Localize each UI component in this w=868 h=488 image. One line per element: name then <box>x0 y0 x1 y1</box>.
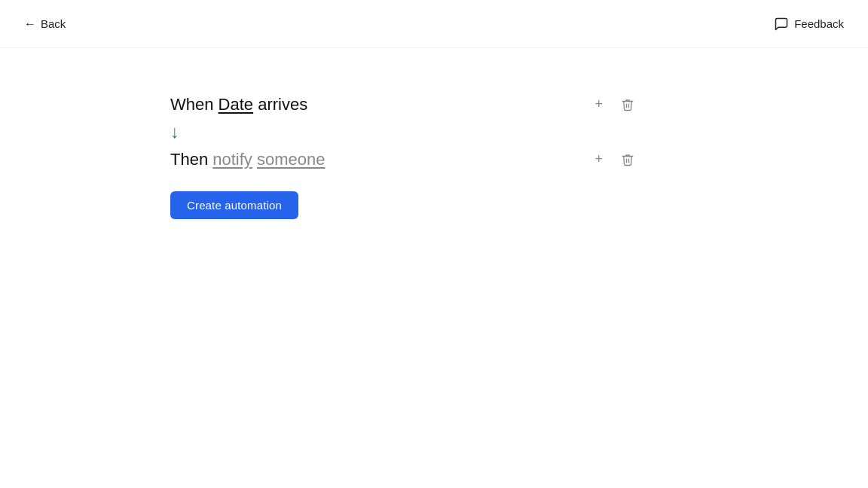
when-row-text: When Date arrives <box>170 95 591 114</box>
trash-icon <box>621 98 634 111</box>
feedback-label: Feedback <box>794 17 844 30</box>
when-prefix: When <box>170 95 213 114</box>
when-delete-button[interactable] <box>618 95 637 114</box>
then-delete-button[interactable] <box>618 150 637 169</box>
create-btn-row: Create automation <box>170 191 868 219</box>
when-row: When Date arrives + <box>170 93 698 115</box>
create-automation-button[interactable]: Create automation <box>170 191 298 219</box>
then-text: Then notify someone <box>170 150 326 169</box>
then-add-button[interactable]: + <box>591 148 606 170</box>
then-action-word[interactable]: notify <box>212 150 252 169</box>
trash-icon-then <box>621 153 634 166</box>
main-content: When Date arrives + <box>0 48 868 219</box>
then-add-icon: + <box>594 151 603 167</box>
feedback-icon <box>774 17 789 32</box>
back-label: Back <box>41 17 66 30</box>
then-row: Then notify someone + <box>170 148 698 170</box>
when-suffix: arrives <box>258 95 307 114</box>
top-bar: ← Back Feedback <box>0 0 868 48</box>
then-row-actions: + <box>591 148 637 170</box>
when-text: When Date arrives <box>170 95 307 114</box>
when-trigger-word[interactable]: Date <box>219 95 253 114</box>
back-button[interactable]: ← Back <box>18 14 72 34</box>
when-row-actions: + <box>591 93 637 115</box>
automation-rules-container: When Date arrives + <box>170 93 868 219</box>
feedback-button[interactable]: Feedback <box>768 14 850 35</box>
then-prefix: Then <box>170 150 212 169</box>
then-row-text: Then notify someone <box>170 150 591 169</box>
arrow-connector: ↓ <box>170 123 868 141</box>
then-target-word[interactable]: someone <box>257 150 326 169</box>
back-arrow-icon: ← <box>24 17 36 31</box>
when-add-button[interactable]: + <box>591 93 606 115</box>
down-arrow-icon: ↓ <box>170 123 179 141</box>
when-add-icon: + <box>594 96 603 112</box>
